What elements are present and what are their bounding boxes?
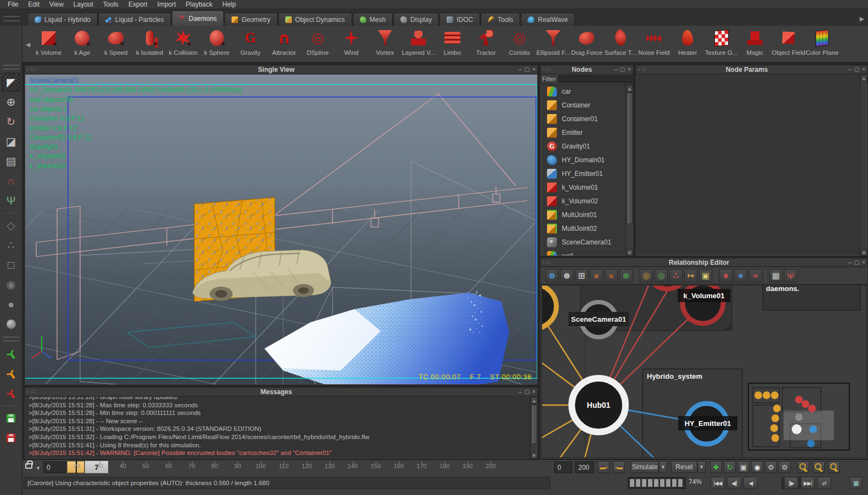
reset-rocket[interactable] (2, 365, 20, 383)
dock-icon[interactable]: ▫ (543, 259, 545, 265)
dock-icon[interactable]: ▫ (638, 66, 640, 72)
timeline-tick-120[interactable]: 120 (298, 463, 315, 469)
daemon-coriolis[interactable]: Coriolis (503, 27, 536, 56)
scroll-up-icon[interactable]: ▲ (531, 397, 538, 404)
scroll-down-icon[interactable]: ▼ (626, 249, 633, 256)
menu-export[interactable]: Export (124, 1, 152, 8)
daemon-noise-field[interactable]: Noise Field (637, 27, 670, 56)
minimize-icon[interactable]: – (614, 66, 617, 72)
go-start-button[interactable]: |◀◀ (711, 477, 725, 489)
group-box-daemons[interactable]: daemons. (763, 286, 860, 310)
toolbar-grip[interactable] (3, 337, 19, 342)
node-row-container[interactable]: Container (547, 99, 625, 112)
rotate-tool[interactable]: ↻ (2, 112, 20, 131)
timeline-tick-110[interactable]: 110 (275, 463, 292, 469)
daemon-vortex[interactable]: Vortex (368, 27, 402, 56)
node-row-emitter[interactable]: Emitter (547, 126, 625, 140)
node-row-car[interactable]: car (547, 85, 625, 99)
dock-icon[interactable]: ▫ (27, 66, 29, 72)
menu-edit[interactable]: Edit (24, 1, 44, 8)
tab-idoc[interactable]: IDOC (439, 13, 480, 26)
node-row-k-volume02[interactable]: k_Volume02 (547, 195, 625, 208)
timeline-tick-170[interactable]: 170 (414, 463, 430, 469)
make-link-button[interactable]: ∝ (749, 269, 762, 282)
tab-display[interactable]: Display (393, 13, 439, 26)
daemon-k-sphere[interactable]: Kk Sphere (200, 27, 233, 56)
daemon-ellipsoid-f[interactable]: Ellipsoid F... (536, 27, 570, 56)
minimize-icon[interactable]: – (518, 389, 522, 395)
smooth-shading[interactable] (2, 315, 20, 333)
bbox-shading[interactable]: ◇ (2, 216, 20, 235)
node-row-k-volume01[interactable]: k_Volume01 (547, 181, 625, 195)
node-row-hy-emitter01[interactable]: HY_Emitter01 (547, 167, 625, 181)
geodesic-shading[interactable]: ◉ (2, 275, 20, 294)
layout-grid-icon[interactable]: ∷ (547, 259, 550, 265)
range-start-input[interactable] (554, 462, 572, 473)
copy-tool[interactable]: ▤ (2, 152, 20, 170)
node-row-hy-domain01[interactable]: HY_Domain01 (547, 153, 625, 167)
close-icon[interactable]: × (532, 389, 536, 395)
link-tool[interactable]: ∩ (2, 172, 20, 190)
timeline-tick-50[interactable]: 50 (138, 463, 154, 469)
zoom-selected-button[interactable]: ◎ (640, 269, 653, 282)
add-hub-button[interactable]: ⊕ (560, 269, 573, 282)
points-shading[interactable]: ∴ (2, 236, 20, 254)
timeline-tick-150[interactable]: 150 (368, 463, 384, 469)
daemon-magic[interactable]: Magic (738, 27, 771, 56)
key-prev-icon[interactable] (797, 461, 809, 473)
tab-daemons[interactable]: Daemons (172, 10, 224, 26)
remove-selected-button[interactable]: × (590, 269, 603, 282)
gear-network-icon[interactable]: ⚙ (779, 461, 791, 473)
move-tool[interactable]: ⊕ (2, 93, 20, 111)
timeline-tick-100[interactable]: 100 (252, 463, 269, 469)
restore-icon[interactable]: ▢ (525, 389, 529, 395)
timeline-tick-130[interactable]: 130 (322, 463, 338, 469)
daemon-k-age[interactable]: Kk Age (65, 27, 99, 56)
timeline-tick-200[interactable]: 200 (482, 463, 499, 469)
add-exclusive-hub-button[interactable]: ⊕ (545, 269, 559, 282)
remove-from-group-button[interactable]: × (605, 269, 618, 282)
menu-layout[interactable]: Layout (69, 1, 98, 8)
node-row-container01[interactable]: Container01 (547, 112, 625, 126)
daemon-k-speed[interactable]: Kk Speed (99, 27, 133, 56)
daemon-object-field[interactable]: Object Field (772, 27, 805, 56)
timeline-tick-90[interactable]: 90 (229, 463, 246, 469)
layout-grid-icon[interactable]: ∷ (31, 66, 35, 72)
daemon-heater[interactable]: Heater (671, 27, 704, 56)
pivot-axes-tool[interactable]: Ψ (2, 191, 20, 210)
scale-tool[interactable]: ◪ (2, 132, 20, 151)
scroll-up-icon[interactable]: ▲ (860, 75, 867, 82)
timeline-start-input[interactable] (43, 462, 66, 473)
close-icon[interactable]: × (532, 66, 536, 72)
reset-button[interactable]: Reset (671, 461, 697, 473)
timeline-tick-80[interactable]: 80 (206, 463, 223, 469)
timeline-tick-60[interactable]: 60 (161, 463, 177, 469)
range-end-input[interactable] (575, 462, 594, 473)
tab-tools[interactable]: Tools (481, 13, 520, 26)
go-end-button[interactable]: ▶▶| (801, 477, 815, 489)
lock-icon[interactable] (25, 463, 32, 469)
messages-scrollbar[interactable]: ▲ ▼ (530, 397, 537, 459)
break-output-links-button[interactable]: ∗ (734, 269, 747, 282)
timeline-tick-30[interactable]: 30 (92, 463, 108, 469)
daemon-surface-t[interactable]: Surface T... (604, 27, 637, 56)
play-back-button[interactable]: ◀ (743, 477, 758, 489)
daemon-layered-v[interactable]: Layered V... (402, 27, 435, 56)
nodes-scrollbar[interactable]: ▲ ▼ (625, 85, 633, 256)
timeline-tick-180[interactable]: 180 (436, 463, 453, 469)
node-row-multijoint01[interactable]: MultiJoint01 (547, 208, 625, 222)
step-forward-button[interactable]: ||▶ (784, 477, 798, 489)
menu-view[interactable]: View (45, 1, 68, 8)
node-row-multijoint02[interactable]: MultiJoint02 (547, 222, 625, 236)
daemon-wind[interactable]: Wind (335, 27, 368, 56)
tab-realwave[interactable]: RealWave (521, 13, 575, 26)
timeline-fit-button[interactable]: ▬▪ (598, 461, 610, 473)
dock-icon[interactable]: ▫ (543, 66, 545, 72)
daemon-attractor[interactable]: Attractor (267, 27, 301, 56)
daemon-texture-g[interactable]: Texture G... (704, 27, 738, 56)
add-group-button[interactable]: ⊞ (575, 269, 588, 282)
menu-help[interactable]: Help (218, 1, 240, 8)
timeline-tick-20[interactable]: 20 (69, 463, 85, 469)
timeline-tick-160[interactable]: 160 (391, 463, 407, 469)
node-row-scenecamera01[interactable]: SceneCamera01 (547, 236, 625, 249)
